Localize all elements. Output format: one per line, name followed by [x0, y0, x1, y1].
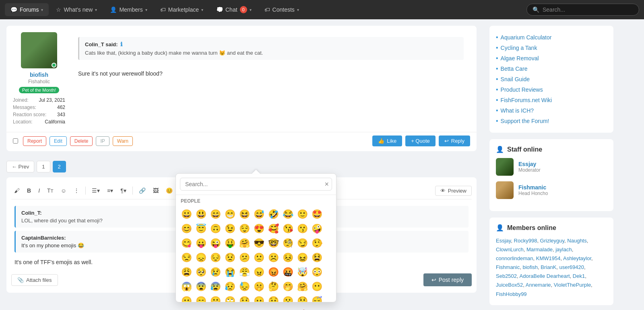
- nav-contests[interactable]: 🏷 Contests ▾: [259, 3, 305, 16]
- member-link[interactable]: VioletThePurple: [554, 282, 591, 288]
- emoji-item[interactable]: 😍: [252, 222, 266, 236]
- like-button[interactable]: 👍 Like: [372, 135, 402, 146]
- staff-name-essjay[interactable]: Essjay: [518, 161, 541, 167]
- emoji-item[interactable]: 😓: [237, 279, 252, 294]
- emoji-item[interactable]: 😶: [310, 279, 324, 294]
- tool-align[interactable]: ≡▾: [104, 185, 116, 196]
- emoji-item[interactable]: 🤩: [310, 207, 324, 222]
- emoji-item[interactable]: 😉: [223, 222, 237, 236]
- emoji-item[interactable]: 😁: [223, 207, 237, 222]
- warn-button[interactable]: Warn: [113, 136, 133, 146]
- emoji-item[interactable]: 😅: [252, 207, 266, 222]
- tool-list[interactable]: ☰▾: [89, 185, 103, 196]
- emoji-item[interactable]: 😰: [208, 279, 223, 294]
- prev-page-button[interactable]: ← Prev: [6, 161, 34, 172]
- nav-marketplace[interactable]: 🏷 Marketplace ▾: [155, 3, 209, 16]
- sidebar-link[interactable]: Snail Guide: [501, 76, 530, 82]
- post-select-checkbox[interactable]: [13, 138, 18, 144]
- report-button[interactable]: Report: [23, 136, 46, 146]
- search-box[interactable]: 🔍: [526, 4, 639, 16]
- reply-button[interactable]: ↩ Reply: [439, 135, 470, 146]
- member-link[interactable]: Fishmanic: [496, 264, 520, 270]
- page-2-button[interactable]: 2: [53, 161, 66, 172]
- emoji-item[interactable]: 😧: [266, 294, 281, 302]
- emoji-picker-close-button[interactable]: ×: [324, 181, 329, 188]
- member-link[interactable]: jaylach: [555, 246, 572, 253]
- nav-whats-new[interactable]: ☆ What's new ▾: [50, 3, 103, 16]
- emoji-item[interactable]: 🤗: [237, 236, 252, 250]
- member-link[interactable]: connorlindeman: [496, 255, 533, 261]
- emoji-item[interactable]: 🧐: [281, 236, 295, 250]
- emoji-item[interactable]: 😥: [223, 279, 237, 294]
- emoji-item[interactable]: 😱: [179, 279, 194, 294]
- member-link[interactable]: ClownLurch: [496, 246, 524, 253]
- emoji-item[interactable]: ☹️: [266, 250, 281, 265]
- emoji-item[interactable]: 😀: [179, 207, 194, 222]
- emoji-item[interactable]: 🤫: [252, 279, 266, 294]
- username[interactable]: biofish: [30, 72, 48, 78]
- member-link[interactable]: BrianK: [541, 264, 556, 270]
- staff-name-fishmanic[interactable]: Fishmanic: [518, 184, 548, 191]
- tool-italic[interactable]: I: [35, 185, 43, 196]
- sidebar-link[interactable]: Aquarium Calculator: [501, 34, 552, 41]
- member-link[interactable]: Rocky998: [514, 238, 537, 244]
- tool-text-size[interactable]: TT: [44, 185, 56, 196]
- member-link[interactable]: Dek1: [573, 273, 585, 279]
- page-1-button[interactable]: 1: [37, 161, 50, 172]
- tool-paint[interactable]: 🖌: [11, 185, 23, 196]
- member-link[interactable]: Essjay: [496, 238, 511, 244]
- sidebar-link[interactable]: What is ICH?: [501, 107, 534, 114]
- emoji-item[interactable]: 😄: [208, 207, 223, 222]
- preview-button[interactable]: 👁 Preview: [435, 186, 472, 196]
- emoji-item[interactable]: 😯: [237, 294, 252, 302]
- emoji-item[interactable]: 😇: [194, 222, 208, 236]
- emoji-item[interactable]: 😂: [281, 207, 295, 222]
- emoji-item[interactable]: 😭: [223, 265, 237, 279]
- edit-button[interactable]: Edit: [50, 136, 67, 146]
- attach-files-button[interactable]: 📎 Attach files: [11, 274, 58, 286]
- sidebar-link[interactable]: Betta Care: [501, 66, 528, 72]
- emoji-item[interactable]: 🤬: [281, 265, 295, 279]
- emoji-item[interactable]: 😠: [252, 265, 266, 279]
- emoji-item[interactable]: 😜: [208, 236, 223, 250]
- emoji-item[interactable]: 😊: [179, 222, 194, 236]
- emoji-item[interactable]: 😎: [252, 236, 266, 250]
- emoji-item[interactable]: 🙄: [223, 294, 237, 302]
- emoji-item[interactable]: 😌: [237, 222, 252, 236]
- member-link[interactable]: JuiceBox52: [496, 282, 523, 288]
- emoji-item[interactable]: 😴: [310, 294, 324, 302]
- emoji-item[interactable]: 😛: [194, 236, 208, 250]
- sidebar-link[interactable]: FishForums.net Wiki: [501, 97, 552, 103]
- member-link[interactable]: Seb2502: [496, 273, 517, 279]
- sidebar-link[interactable]: Cycling a Tank: [501, 45, 537, 51]
- emoji-item[interactable]: 😟: [223, 250, 237, 265]
- nav-forums[interactable]: 💬 Forums ▾: [5, 3, 49, 16]
- quote-button[interactable]: + Quote: [405, 135, 436, 146]
- emoji-item[interactable]: 😨: [194, 279, 208, 294]
- member-link[interactable]: Naughts: [567, 238, 586, 244]
- emoji-item[interactable]: 😏: [295, 236, 310, 250]
- member-link[interactable]: AdoraBelle Dearheart: [520, 273, 570, 279]
- sidebar-link[interactable]: Product Reviews: [501, 86, 543, 93]
- emoji-item[interactable]: 😆: [237, 207, 252, 222]
- tool-image[interactable]: 🖼: [150, 185, 161, 196]
- emoji-item[interactable]: 😗: [295, 222, 310, 236]
- emoji-item[interactable]: 😔: [208, 250, 223, 265]
- emoji-item[interactable]: 😒: [179, 250, 194, 265]
- emoji-item[interactable]: 🙃: [208, 222, 223, 236]
- member-link[interactable]: Grizleyguy: [540, 238, 564, 244]
- emoji-item[interactable]: 🥺: [194, 265, 208, 279]
- emoji-item[interactable]: 😣: [281, 250, 295, 265]
- emoji-item[interactable]: 🤥: [310, 236, 324, 250]
- emoji-item[interactable]: 😩: [179, 265, 194, 279]
- emoji-item[interactable]: 😞: [194, 250, 208, 265]
- emoji-item[interactable]: 🤪: [310, 222, 324, 236]
- member-link[interactable]: Marmalade: [526, 246, 553, 253]
- sidebar-link[interactable]: Support the Forum!: [501, 118, 549, 124]
- emoji-search-input[interactable]: [180, 178, 332, 191]
- emoji-item[interactable]: 🙁: [252, 250, 266, 265]
- member-link[interactable]: FishHobby99: [496, 291, 527, 297]
- tool-link[interactable]: 🔗: [136, 185, 149, 196]
- nav-members[interactable]: 👤 Members ▾: [104, 3, 153, 16]
- emoji-item[interactable]: 😖: [295, 250, 310, 265]
